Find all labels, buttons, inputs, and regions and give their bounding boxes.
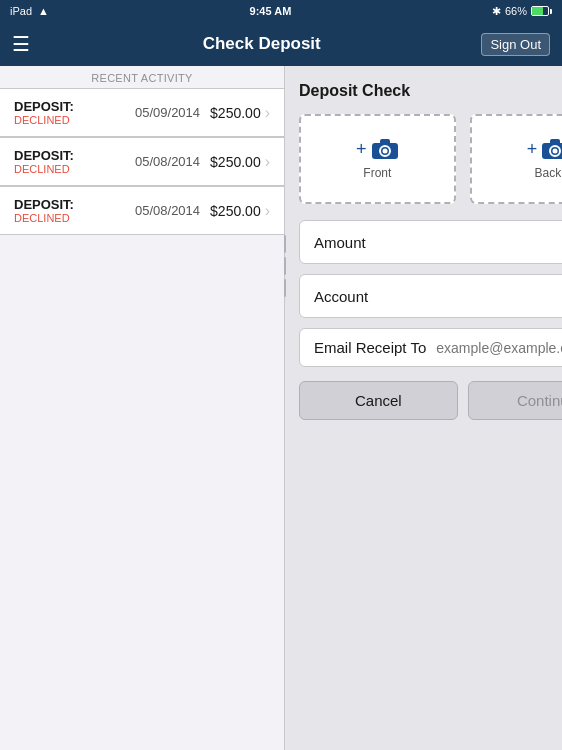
activity-type: DEPOSIT: (14, 99, 125, 114)
menu-icon[interactable]: ☰ (12, 32, 42, 56)
activity-amount: $250.00 (210, 203, 261, 219)
svg-point-7 (553, 149, 558, 154)
continue-button[interactable]: Continue (468, 381, 562, 420)
chevron-right-icon: › (265, 153, 270, 171)
status-time: 9:45 AM (250, 5, 292, 17)
activity-amount: $250.00 (210, 154, 261, 170)
activity-amount: $250.00 (210, 105, 261, 121)
plus-icon: + (356, 139, 367, 160)
camera-icon (371, 138, 399, 160)
nav-bar: ☰ Check Deposit Sign Out (0, 22, 562, 66)
back-label: Back (535, 166, 562, 180)
svg-rect-5 (550, 139, 560, 145)
front-photo-button[interactable]: + Front (299, 114, 456, 204)
svg-rect-4 (542, 143, 562, 159)
activity-date: 05/09/2014 (135, 105, 200, 120)
account-label: Account (314, 288, 368, 305)
activity-date: 05/08/2014 (135, 203, 200, 218)
deposit-title: Deposit Check (299, 82, 562, 100)
activity-type: DEPOSIT: (14, 197, 125, 212)
status-left: iPad ▲ (10, 5, 49, 17)
cancel-button[interactable]: Cancel (299, 381, 458, 420)
bluetooth-icon: ✱ (492, 5, 501, 18)
back-photo-button[interactable]: + Back (470, 114, 562, 204)
left-panel: RECENT ACTIVITY DEPOSIT: DECLINED 05/09/… (0, 66, 285, 750)
list-item[interactable]: DEPOSIT: DECLINED 05/08/2014 $250.00 › (0, 186, 284, 235)
main-layout: RECENT ACTIVITY DEPOSIT: DECLINED 05/09/… (0, 66, 562, 750)
svg-rect-1 (380, 139, 390, 145)
email-field: Email Receipt To (299, 328, 562, 367)
status-right: ✱ 66% (492, 5, 552, 18)
email-input[interactable] (436, 340, 562, 356)
chevron-right-icon: › (265, 202, 270, 220)
front-label: Front (363, 166, 391, 180)
action-buttons: Cancel Continue (299, 381, 562, 420)
activity-date: 05/08/2014 (135, 154, 200, 169)
list-item[interactable]: DEPOSIT: DECLINED 05/08/2014 $250.00 › (0, 137, 284, 186)
amount-label: Amount (314, 234, 366, 251)
account-field[interactable]: Account › (299, 274, 562, 318)
plus-icon: + (527, 139, 538, 160)
battery-percent: 66% (505, 5, 527, 17)
wifi-icon: ▲ (38, 5, 49, 17)
list-item[interactable]: DEPOSIT: DECLINED 05/09/2014 $250.00 › (0, 88, 284, 137)
photo-row: + Front + (299, 114, 562, 204)
carrier-label: iPad (10, 5, 32, 17)
right-panel: Deposit Check + Front (285, 66, 562, 750)
sign-out-button[interactable]: Sign Out (481, 33, 550, 56)
camera-icon (541, 138, 562, 160)
add-front-photo-icon: + (356, 138, 399, 160)
page-title: Check Deposit (203, 34, 321, 54)
add-back-photo-icon: + (527, 138, 562, 160)
battery-indicator (531, 6, 552, 16)
panel-separator (282, 66, 288, 466)
activity-status: DECLINED (14, 212, 125, 224)
email-label: Email Receipt To (314, 339, 426, 356)
chevron-right-icon: › (265, 104, 270, 122)
status-bar: iPad ▲ 9:45 AM ✱ 66% (0, 0, 562, 22)
section-header: RECENT ACTIVITY (0, 66, 284, 88)
activity-type: DEPOSIT: (14, 148, 125, 163)
amount-field[interactable]: Amount › (299, 220, 562, 264)
activity-status: DECLINED (14, 163, 125, 175)
svg-point-3 (382, 149, 387, 154)
activity-status: DECLINED (14, 114, 125, 126)
